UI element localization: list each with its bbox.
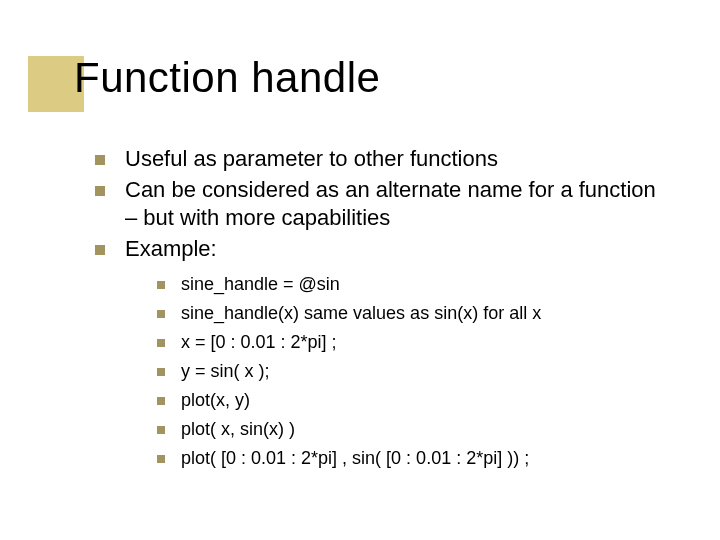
example-item: y = sin( x ); (157, 358, 670, 385)
example-text: plot(x, y) (181, 390, 250, 410)
bullet-text: Can be considered as an alternate name f… (125, 177, 656, 231)
example-item: sine_handle = @sin (157, 271, 670, 298)
slide-title: Function handle (74, 54, 380, 102)
example-text: sine_handle = @sin (181, 274, 340, 294)
example-item: sine_handle(x) same values as sin(x) for… (157, 300, 670, 327)
example-item: plot(x, y) (157, 387, 670, 414)
bullet-item: Can be considered as an alternate name f… (95, 176, 670, 233)
example-text: x = [0 : 0.01 : 2*pi] ; (181, 332, 337, 352)
bullet-item: Example: sine_handle = @sin sine_handle(… (95, 235, 670, 473)
bullet-item: Useful as parameter to other functions (95, 145, 670, 174)
example-text: sine_handle(x) same values as sin(x) for… (181, 303, 541, 323)
example-item: x = [0 : 0.01 : 2*pi] ; (157, 329, 670, 356)
example-text: plot( [0 : 0.01 : 2*pi] , sin( [0 : 0.01… (181, 448, 529, 468)
example-item: plot( x, sin(x) ) (157, 416, 670, 443)
bullet-list-level2: sine_handle = @sin sine_handle(x) same v… (157, 271, 670, 472)
bullet-text: Useful as parameter to other functions (125, 146, 498, 171)
bullet-list-level1: Useful as parameter to other functions C… (95, 145, 670, 472)
bullet-text: Example: (125, 236, 217, 261)
example-text: y = sin( x ); (181, 361, 270, 381)
slide-content: Useful as parameter to other functions C… (95, 145, 670, 474)
example-item: plot( [0 : 0.01 : 2*pi] , sin( [0 : 0.01… (157, 445, 670, 472)
slide: Function handle Useful as parameter to o… (0, 0, 720, 540)
example-text: plot( x, sin(x) ) (181, 419, 295, 439)
